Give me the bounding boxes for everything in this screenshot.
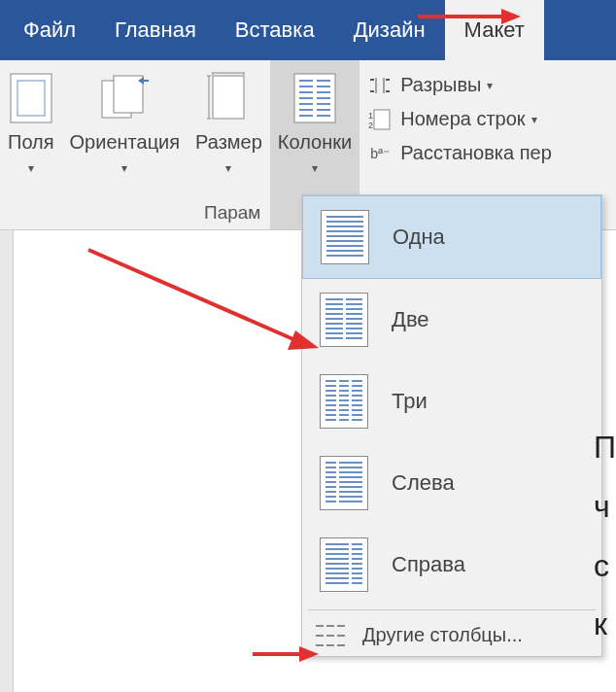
chevron-down-icon: ▾ (121, 161, 127, 175)
columns-two-label: Две (392, 307, 429, 332)
margins-button[interactable]: Поля ▾ (0, 60, 62, 229)
svg-rect-32 (374, 110, 390, 129)
columns-more-icon (316, 625, 345, 646)
annotation-arrow-middle (84, 245, 326, 362)
orientation-button[interactable]: Ориентация ▾ (62, 60, 188, 229)
size-icon (207, 66, 250, 129)
orientation-label: Ориентация (70, 131, 181, 154)
breaks-icon (367, 76, 393, 95)
columns-two-item[interactable]: Две (302, 279, 601, 361)
line-numbers-icon: 12 (367, 109, 393, 130)
hyphenation-button[interactable]: bª⁻ Расстановка пер (367, 136, 552, 170)
columns-right-item[interactable]: Справа (302, 524, 601, 606)
columns-dropdown-menu: Одна Две Три Слева Справа Другие столбцы… (301, 194, 602, 657)
columns-one-item[interactable]: Одна (302, 195, 601, 279)
columns-three-item[interactable]: Три (302, 361, 601, 442)
tab-home[interactable]: Главная (95, 0, 216, 60)
tab-insert[interactable]: Вставка (216, 0, 334, 60)
columns-one-icon (321, 210, 369, 264)
breaks-label: Разрывы (400, 74, 481, 96)
tab-design[interactable]: Дизайн (334, 0, 445, 60)
columns-right-icon (320, 537, 368, 592)
orientation-icon (99, 66, 150, 129)
line-numbers-button[interactable]: 12 Номера строк ▾ (367, 102, 552, 136)
columns-right-label: Справа (392, 552, 465, 577)
margins-icon (10, 66, 52, 129)
chevron-down-icon: ▾ (531, 113, 537, 126)
columns-left-item[interactable]: Слева (302, 442, 601, 524)
svg-rect-3 (114, 76, 143, 113)
columns-left-label: Слева (392, 470, 455, 496)
tab-layout[interactable]: Макет (445, 0, 544, 60)
columns-more-item[interactable]: Другие столбцы... (302, 614, 601, 656)
columns-label: Колонки (278, 131, 352, 154)
chevron-down-icon: ▾ (312, 161, 318, 175)
chevron-down-icon: ▾ (28, 161, 34, 175)
menu-separator (308, 609, 596, 610)
line-numbers-label: Номера строк (400, 108, 525, 130)
svg-text:1: 1 (368, 111, 373, 121)
page-setup-group-label: Парам (204, 202, 260, 224)
tab-file[interactable]: Файл (4, 0, 95, 60)
document-ruler-edge (0, 230, 14, 692)
breaks-button[interactable]: Разрывы ▾ (367, 68, 552, 102)
chevron-down-icon: ▾ (225, 161, 231, 175)
columns-three-label: Три (392, 389, 428, 414)
svg-rect-4 (213, 76, 244, 119)
margins-label: Поля (8, 131, 54, 154)
columns-icon (293, 66, 336, 129)
svg-line-37 (88, 250, 295, 340)
columns-two-icon (320, 293, 368, 347)
svg-text:2: 2 (368, 121, 373, 130)
columns-three-icon (320, 374, 368, 429)
hyphenation-label: Расстановка пер (400, 142, 552, 164)
chevron-down-icon: ▾ (487, 79, 493, 92)
size-label: Размер (195, 131, 262, 154)
columns-left-icon (320, 456, 368, 510)
hyphenation-icon: bª⁻ (367, 146, 393, 161)
ribbon-tabs: Файл Главная Вставка Дизайн Макет (0, 0, 616, 60)
document-text-peek: П ч с к (594, 418, 616, 654)
columns-more-label: Другие столбцы... (362, 624, 523, 646)
columns-one-label: Одна (393, 225, 445, 250)
